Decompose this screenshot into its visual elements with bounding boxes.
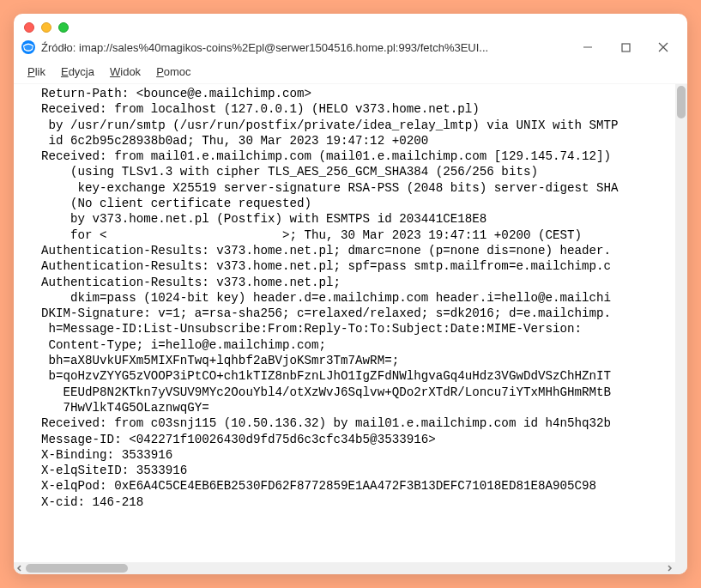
menu-file[interactable]: Plik — [27, 65, 45, 78]
close-icon[interactable] — [656, 40, 670, 54]
zoom-window-dot[interactable] — [58, 22, 69, 33]
scroll-right-arrow-icon[interactable] — [663, 562, 675, 574]
content-area: Return-Path: <bounce@e.mailchimp.com> Re… — [14, 84, 687, 574]
window-controls-right — [581, 40, 680, 54]
window-title: Źródło: imap://sales%40magikos-coins%2Ep… — [41, 41, 576, 54]
menu-help[interactable]: Pomoc — [156, 65, 190, 78]
scroll-left-arrow-icon[interactable] — [14, 562, 26, 574]
svg-rect-2 — [622, 44, 630, 52]
vertical-scrollbar[interactable] — [675, 84, 687, 562]
menu-edit[interactable]: Edycja — [61, 65, 94, 78]
menubar: Plik Edycja Widok Pomoc — [14, 60, 687, 84]
minimize-icon[interactable] — [581, 40, 595, 54]
thunderbird-icon — [21, 39, 36, 55]
titlebar: Źródło: imap://sales%40magikos-coins%2Ep… — [14, 36, 687, 60]
minimize-window-dot[interactable] — [41, 22, 51, 33]
horizontal-scrollbar[interactable] — [14, 562, 675, 574]
horizontal-scroll-thumb[interactable] — [26, 564, 128, 573]
window-frame: Źródło: imap://sales%40magikos-coins%2Ep… — [14, 14, 687, 574]
mac-traffic-lights — [14, 14, 687, 36]
horizontal-scroll-track[interactable] — [26, 562, 663, 574]
source-viewport[interactable]: Return-Path: <bounce@e.mailchimp.com> Re… — [14, 84, 675, 562]
vertical-scroll-thumb[interactable] — [677, 86, 686, 118]
source-text: Return-Path: <bounce@e.mailchimp.com> Re… — [41, 86, 675, 510]
scrollbar-corner — [675, 562, 687, 574]
maximize-icon[interactable] — [619, 40, 632, 54]
close-window-dot[interactable] — [24, 22, 34, 33]
menu-view[interactable]: Widok — [110, 65, 141, 78]
